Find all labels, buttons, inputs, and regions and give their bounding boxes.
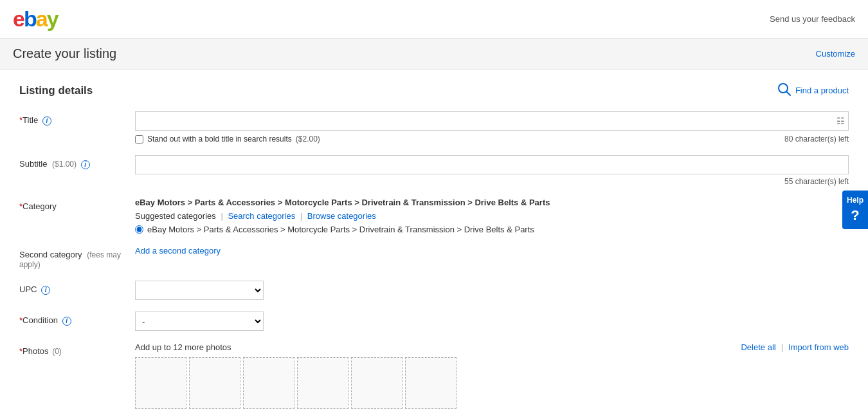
- photos-actions: Delete all | Import from web: [741, 342, 849, 352]
- photo-box-3[interactable]: [243, 357, 294, 409]
- photo-box-6[interactable]: [405, 357, 457, 409]
- import-from-web-link[interactable]: Import from web: [788, 342, 849, 352]
- title-info-small-icon: ☷: [836, 116, 845, 126]
- help-button[interactable]: Help ?: [842, 191, 868, 229]
- subtitle-row: Subtitle ($1.00) i 55 character(s) left: [19, 155, 849, 186]
- svg-line-1: [786, 92, 790, 96]
- category-radio-path: eBay Motors > Parts & Accessories > Moto…: [147, 225, 534, 234]
- bold-title-label[interactable]: Stand out with a bold title in search re…: [135, 135, 320, 144]
- condition-label: *Condition i: [19, 312, 135, 326]
- photos-row-boxes: [135, 357, 849, 409]
- delete-all-link[interactable]: Delete all: [741, 342, 775, 352]
- header: ebay Send us your feedback: [0, 0, 868, 39]
- add-second-category-link[interactable]: Add a second category: [135, 246, 221, 256]
- page-title-bar: Create your listing Customize: [0, 39, 868, 70]
- category-radio-row: eBay Motors > Parts & Accessories > Moto…: [135, 225, 849, 234]
- upc-info-icon[interactable]: i: [41, 286, 50, 295]
- find-product-link[interactable]: Find a product: [777, 82, 849, 98]
- photos-row: *Photos (0) Add up to 12 more photos Del…: [19, 342, 849, 409]
- help-question-icon: ?: [842, 207, 868, 224]
- title-label: *Title i: [19, 111, 135, 126]
- subtitle-fee: ($1.00): [52, 160, 77, 169]
- category-label: *Category: [19, 198, 135, 211]
- title-form-content: ☷ Stand out with a bold title in search …: [135, 111, 849, 144]
- browse-categories-link[interactable]: Browse categories: [307, 211, 376, 221]
- photo-box-4[interactable]: [297, 357, 348, 409]
- bold-title-price: ($2.00): [296, 135, 320, 144]
- category-form-content: eBay Motors > Parts & Accessories > Moto…: [135, 198, 849, 234]
- title-input-wrapper: ☷: [135, 111, 849, 131]
- title-row: *Title i ☷ Stand out with a bold title i…: [19, 111, 849, 144]
- upc-select[interactable]: [135, 281, 264, 300]
- customize-link[interactable]: Customize: [816, 49, 855, 59]
- photo-box-1[interactable]: [135, 357, 186, 409]
- second-category-form-content: Add a second category: [135, 246, 849, 256]
- subtitle-label: Subtitle ($1.00) i: [19, 155, 135, 169]
- title-info-icon[interactable]: i: [42, 116, 51, 126]
- search-icon: [777, 82, 791, 98]
- photos-top-row: Add up to 12 more photos Delete all | Im…: [135, 342, 849, 352]
- photos-form-content: Add up to 12 more photos Delete all | Im…: [135, 342, 849, 409]
- condition-row: *Condition i -: [19, 312, 849, 331]
- photo-box-5[interactable]: [351, 357, 402, 409]
- photos-count: (0): [52, 347, 62, 356]
- title-sub-row: Stand out with a bold title in search re…: [135, 135, 849, 144]
- subtitle-chars-left: 55 character(s) left: [135, 177, 849, 186]
- search-categories-link[interactable]: Search categories: [228, 211, 295, 221]
- photo-box-2[interactable]: [189, 357, 240, 409]
- title-chars-left: 80 character(s) left: [784, 135, 849, 144]
- pipe-divider-2: |: [300, 211, 302, 221]
- suggested-categories-label: Suggested categories: [135, 211, 216, 221]
- subtitle-info-icon[interactable]: i: [81, 160, 90, 169]
- listing-details-title: Listing details: [19, 84, 93, 97]
- photos-add-text: Add up to 12 more photos: [135, 342, 231, 352]
- second-category-row: Second category (fees may apply) Add a s…: [19, 246, 849, 269]
- find-product-label: Find a product: [795, 86, 849, 95]
- pipe-divider-1: |: [221, 211, 222, 221]
- category-path: eBay Motors > Parts & Accessories > Moto…: [135, 198, 849, 207]
- subtitle-form-content: 55 character(s) left: [135, 155, 849, 186]
- ebay-logo: ebay: [13, 6, 58, 32]
- help-label: Help: [847, 196, 863, 205]
- condition-form-content: -: [135, 312, 849, 331]
- photos-label: *Photos (0): [19, 342, 135, 356]
- title-input[interactable]: [135, 111, 849, 131]
- upc-label: UPC i: [19, 281, 135, 295]
- bold-title-checkbox[interactable]: [135, 135, 143, 144]
- upc-form-content: [135, 281, 849, 300]
- upc-row: UPC i: [19, 281, 849, 300]
- category-row: *Category eBay Motors > Parts & Accessor…: [19, 198, 849, 234]
- category-radio-button[interactable]: [135, 225, 143, 234]
- photos-pipe-divider: |: [781, 342, 783, 352]
- main-content: Listing details Find a product *Title i …: [0, 70, 868, 419]
- feedback-link[interactable]: Send us your feedback: [770, 14, 855, 24]
- page-title: Create your listing: [13, 46, 116, 61]
- condition-select[interactable]: -: [135, 312, 264, 331]
- second-category-label: Second category (fees may apply): [19, 246, 135, 269]
- suggested-categories: Suggested categories | Search categories…: [135, 211, 849, 221]
- condition-info-icon[interactable]: i: [62, 317, 71, 326]
- listing-details-header: Listing details Find a product: [19, 82, 849, 98]
- subtitle-input[interactable]: [135, 155, 849, 174]
